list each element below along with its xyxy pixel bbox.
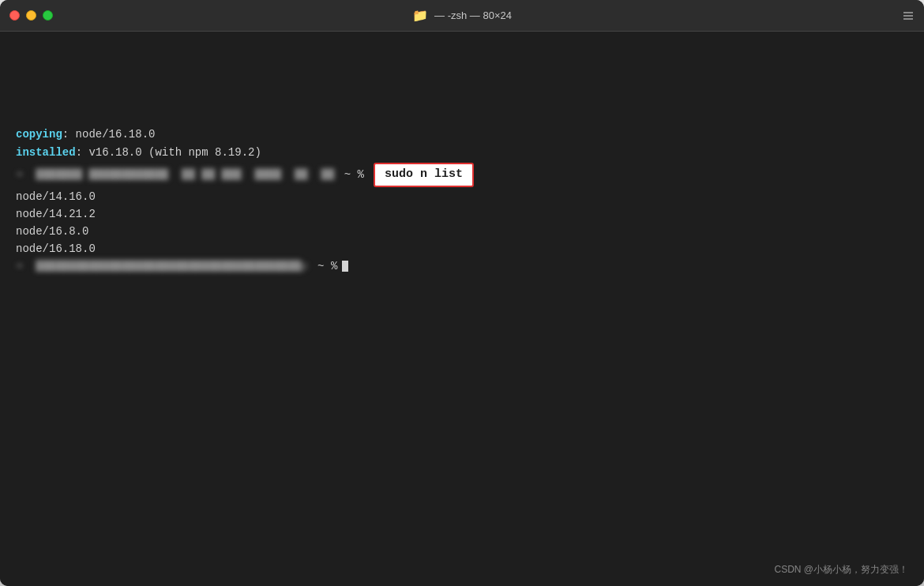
copying-value: : node/16.18.0 bbox=[62, 126, 156, 143]
installed-line: installed : v16.18.0 (with npm 8.19.2) bbox=[16, 145, 908, 161]
prompt-line-2: ➜ ██████████████████████████████████████… bbox=[16, 258, 908, 275]
prompt-symbol-2: ~ % bbox=[317, 258, 337, 275]
copying-line: copying : node/16.18.0 bbox=[16, 126, 908, 143]
prompt-blurred-1: ➜ ███████ ████████████ ██ ██ ███ ████ ██… bbox=[16, 167, 341, 183]
prompt-blurred-2: ➜ ██████████████████████████████████████… bbox=[16, 258, 314, 275]
titlebar: 📁 — -zsh — 80×24 bbox=[0, 0, 924, 32]
node-version-1: node/14.16.0 bbox=[16, 189, 908, 205]
node-list: node/14.16.0 node/14.21.2 node/16.8.0 no… bbox=[16, 189, 908, 257]
installed-value: : v16.18.0 (with npm 8.19.2) bbox=[76, 145, 261, 161]
prompt-line-1: ➜ ███████ ████████████ ██ ██ ███ ████ ██… bbox=[16, 163, 908, 187]
watermark-text: CSDN @小杨小杨，努力变强！ bbox=[774, 564, 908, 575]
node-version-4: node/16.18.0 bbox=[16, 241, 908, 257]
maximize-button[interactable] bbox=[43, 10, 53, 21]
node-version-3: node/16.8.0 bbox=[16, 224, 908, 240]
traffic-lights bbox=[9, 10, 53, 21]
terminal-body: copying : node/16.18.0 installed : v16.1… bbox=[0, 32, 924, 586]
terminal-content: copying : node/16.18.0 installed : v16.1… bbox=[16, 47, 908, 275]
prompt-symbol-1: ~ % bbox=[344, 167, 364, 183]
installed-label: installed bbox=[16, 145, 76, 161]
minimize-button[interactable] bbox=[26, 10, 36, 21]
scrollbar-toggle-icon[interactable] bbox=[902, 9, 915, 22]
window-title: — -zsh — 80×24 bbox=[434, 9, 512, 21]
highlighted-command: sudo n list bbox=[374, 163, 474, 187]
close-button[interactable] bbox=[9, 10, 20, 21]
titlebar-right bbox=[902, 9, 915, 22]
node-version-2: node/14.21.2 bbox=[16, 206, 908, 223]
titlebar-center: 📁 — -zsh — 80×24 bbox=[412, 8, 512, 23]
cursor bbox=[342, 261, 348, 272]
watermark: CSDN @小杨小杨，努力变强！ bbox=[774, 562, 908, 577]
terminal-window: 📁 — -zsh — 80×24 copying : node/16.18.0 … bbox=[0, 0, 924, 586]
folder-icon: 📁 bbox=[412, 8, 428, 23]
copying-label: copying bbox=[16, 126, 62, 143]
